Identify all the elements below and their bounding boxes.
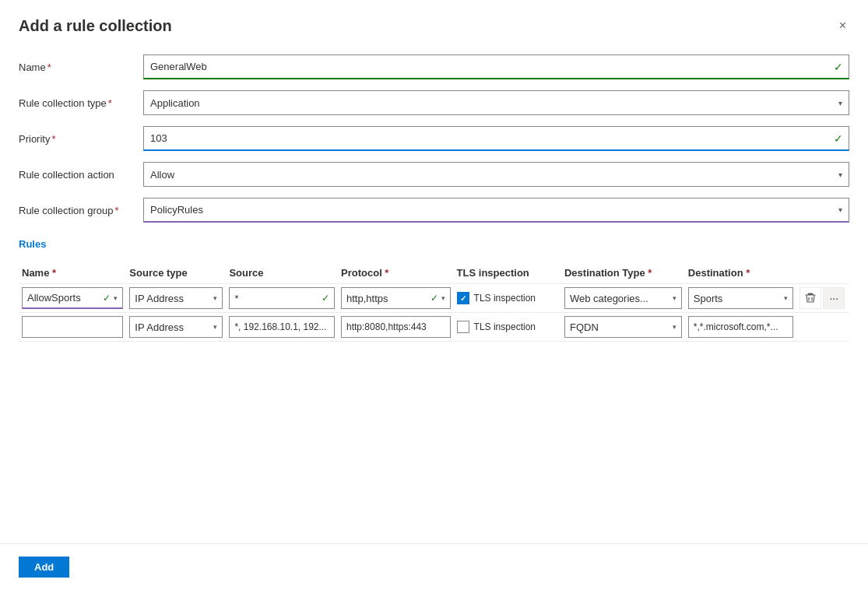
row1-source-type-arrow-icon: ▾ (213, 294, 217, 302)
row1-dest-type-cell: Web categories... ▾ (561, 284, 685, 313)
rule-collection-action-arrow-icon: ▾ (838, 170, 842, 179)
rules-section-title: Rules (19, 238, 849, 250)
row2-name-cell (19, 313, 126, 342)
rule-collection-group-label: Rule collection group* (19, 205, 143, 216)
row1-name-cell: AllowSports ✓ ▾ (19, 284, 126, 313)
col-header-protocol: Protocol * (338, 262, 454, 284)
row1-dest-type-dropdown[interactable]: Web categories... ▾ (564, 287, 682, 309)
name-row: Name* ✓ (19, 54, 849, 79)
row2-source-cell: *, 192.168.10.1, 192... (226, 313, 338, 342)
rules-table: Name * Source type Source Protocol * TLS… (19, 262, 849, 342)
rule-collection-action-dropdown[interactable]: Allow ▾ (143, 162, 849, 187)
table-header-row: Name * Source type Source Protocol * TLS… (19, 262, 849, 284)
col-header-tls: TLS inspection (454, 262, 561, 284)
row1-dest-row: Sports ▾ (688, 287, 793, 309)
row1-tls-checkbox[interactable] (457, 292, 469, 304)
row1-tls-label: TLS inspection (474, 293, 536, 304)
dialog-header: Add a rule collection × (19, 16, 849, 36)
row2-source-type-cell: IP Address ▾ (126, 313, 226, 342)
rule-collection-group-control: PolicyRules ▾ (143, 198, 849, 223)
row2-protocol-cell: http:8080,https:443 (338, 313, 454, 342)
row1-more-button[interactable]: ··· (823, 287, 845, 309)
col-header-name: Name * (19, 262, 126, 284)
row1-protocol-cell: http,https ✓ ▾ (338, 284, 454, 313)
rule-collection-type-arrow-icon: ▾ (838, 99, 842, 107)
row1-source-type-dropdown[interactable]: IP Address ▾ (129, 287, 223, 309)
col-header-destination: Destination * (685, 262, 796, 284)
rule-collection-type-row: Rule collection type* Application ▾ (19, 90, 849, 115)
dialog-title: Add a rule collection (19, 17, 172, 35)
row2-dest-cell: *,*.microsoft.com,*... (685, 313, 796, 342)
row1-protocol-arrow-icon: ▾ (441, 294, 445, 302)
row2-dest-type-dropdown[interactable]: FQDN ▾ (564, 316, 682, 338)
rule-collection-group-dropdown[interactable]: PolicyRules ▾ (143, 198, 849, 223)
name-valid-icon: ✓ (834, 61, 843, 73)
priority-input[interactable] (143, 126, 849, 151)
close-button[interactable]: × (836, 16, 849, 36)
row2-tls-cell: TLS inspection (454, 313, 561, 342)
priority-row: Priority* ✓ (19, 126, 849, 151)
row1-source-check-icon: ✓ (322, 293, 329, 304)
name-label: Name* (19, 61, 143, 73)
table-row: AllowSports ✓ ▾ IP Address ▾ * (19, 284, 849, 313)
rule-collection-action-label: Rule collection action (19, 169, 143, 181)
row1-actions-cell: ··· (796, 284, 849, 313)
col-header-source-type: Source type (126, 262, 226, 284)
row2-source-type-dropdown[interactable]: IP Address ▾ (129, 316, 223, 338)
row2-tls-label: TLS inspection (474, 321, 536, 332)
add-rule-collection-dialog: Add a rule collection × Name* ✓ Rule col… (0, 0, 868, 590)
row1-source-input[interactable]: * ✓ (229, 287, 335, 309)
row1-name-dropdown[interactable]: AllowSports ✓ ▾ (22, 287, 123, 309)
row2-actions-cell (796, 313, 849, 342)
row1-protocol-dropdown[interactable]: http,https ✓ ▾ (341, 287, 451, 309)
row2-tls-container: TLS inspection (457, 321, 558, 333)
row1-protocol-check-icon: ✓ (430, 293, 438, 304)
rule-collection-group-row: Rule collection group* PolicyRules ▾ (19, 198, 849, 223)
row2-source-input[interactable]: *, 192.168.10.1, 192... (229, 316, 335, 338)
rule-collection-type-dropdown[interactable]: Application ▾ (143, 90, 849, 115)
priority-valid-icon: ✓ (834, 132, 843, 145)
col-header-source: Source (226, 262, 338, 284)
priority-label: Priority* (19, 133, 143, 145)
row1-dest-dropdown[interactable]: Sports ▾ (688, 287, 793, 309)
priority-control: ✓ (143, 126, 849, 151)
row2-dest-type-cell: FQDN ▾ (561, 313, 685, 342)
row2-tls-checkbox[interactable] (457, 321, 469, 333)
row2-protocol-input[interactable]: http:8080,https:443 (341, 316, 451, 338)
rule-collection-group-arrow-icon: ▾ (838, 205, 842, 214)
row2-dest-input[interactable]: *,*.microsoft.com,*... (688, 316, 793, 338)
row1-name-arrow-icon: ▾ (114, 294, 118, 302)
row1-source-cell: * ✓ (226, 284, 338, 313)
row1-name-check-icon: ✓ (103, 293, 111, 304)
row1-source-type-cell: IP Address ▾ (126, 284, 226, 313)
add-button[interactable]: Add (19, 557, 69, 578)
name-input[interactable] (143, 54, 849, 79)
row1-dest-cell: Sports ▾ (685, 284, 796, 313)
row1-dest-arrow-icon: ▾ (784, 294, 788, 302)
row1-delete-button[interactable] (799, 287, 821, 309)
row2-name-input[interactable] (22, 316, 123, 338)
row1-dest-type-arrow-icon: ▾ (673, 294, 676, 302)
rule-collection-type-label: Rule collection type* (19, 97, 143, 109)
row1-tls-cell: TLS inspection (454, 284, 561, 313)
row1-tls-container: TLS inspection (457, 292, 558, 304)
row2-dest-type-arrow-icon: ▾ (673, 323, 676, 331)
row2-source-type-arrow-icon: ▾ (213, 323, 217, 331)
rule-collection-action-row: Rule collection action Allow ▾ (19, 162, 849, 187)
col-header-destination-type: Destination Type * (561, 262, 685, 284)
rule-collection-type-control: Application ▾ (143, 90, 849, 115)
delete-icon (805, 293, 816, 304)
rule-collection-action-control: Allow ▾ (143, 162, 849, 187)
col-header-actions (796, 262, 849, 284)
name-control: ✓ (143, 54, 849, 79)
dialog-footer: Add (0, 543, 868, 590)
table-row: IP Address ▾ *, 192.168.10.1, 192... htt… (19, 313, 849, 342)
